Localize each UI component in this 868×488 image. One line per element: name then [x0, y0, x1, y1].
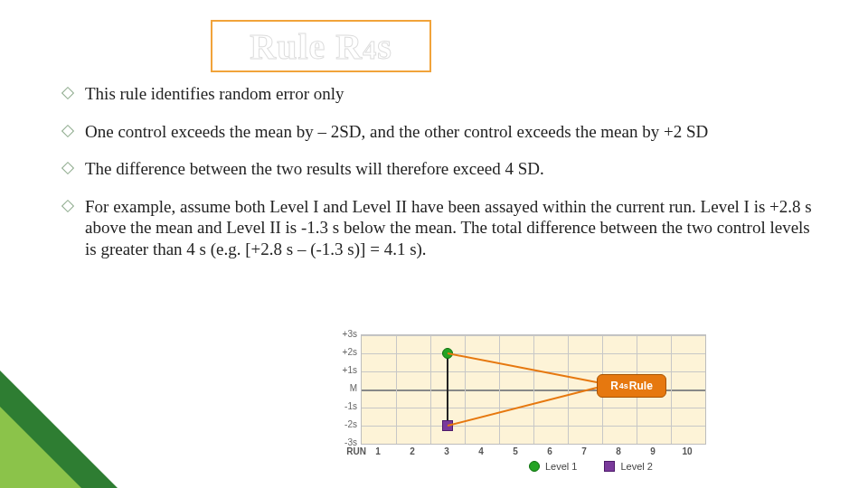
circle-icon	[529, 461, 540, 472]
legend-label: Level 2	[620, 461, 652, 472]
x-tick: 10	[674, 446, 701, 456]
level1-marker	[442, 348, 453, 359]
gridline	[499, 335, 500, 444]
title-tail: s	[377, 26, 392, 67]
title-box: Rule R4s	[211, 20, 431, 72]
page-title: Rule R4s	[250, 25, 392, 68]
x-tick: 3	[433, 446, 460, 456]
gridline	[568, 335, 569, 444]
badge-sub: 4s	[619, 381, 628, 390]
gridline	[396, 335, 397, 444]
y-tick: +1s	[321, 366, 357, 375]
x-tick: 7	[571, 446, 598, 456]
title-main: Rule R	[250, 26, 363, 67]
chart-plot-area: R4s Rule	[361, 334, 706, 445]
corner-decoration-icon	[0, 407, 81, 488]
chart-legend: Level 1 Level 2	[529, 461, 653, 472]
slide: Rule R4s This rule identifies random err…	[0, 0, 868, 488]
x-tick: 6	[536, 446, 563, 456]
svg-line-0	[448, 353, 597, 382]
level2-marker	[442, 420, 453, 431]
x-tick: 9	[639, 446, 666, 456]
connector-line	[447, 353, 448, 426]
gridline	[533, 335, 534, 444]
list-item: This rule identifies random error only	[63, 83, 814, 105]
y-tick: +3s	[321, 330, 357, 339]
title-sub: 4	[363, 34, 377, 64]
gridline	[465, 335, 466, 444]
badge-suffix: Rule	[629, 380, 653, 392]
list-item: For example, assume both Level I and Lev…	[63, 196, 814, 260]
x-tick: 8	[605, 446, 632, 456]
badge-prefix: R	[610, 380, 618, 392]
list-item: One control exceeds the mean by – 2SD, a…	[63, 121, 814, 143]
gridline	[671, 335, 672, 444]
y-tick: -1s	[321, 402, 357, 411]
x-tick: 5	[502, 446, 529, 456]
chart: +3s +2s +1s M -1s -2s -3s	[321, 334, 728, 474]
x-axis-label: RUN	[339, 446, 366, 456]
x-tick: 2	[399, 446, 426, 456]
y-tick: M	[321, 384, 357, 393]
x-tick: 1	[364, 446, 392, 456]
y-tick: +2s	[321, 348, 357, 357]
legend-item: Level 2	[604, 461, 652, 472]
bullet-list: This rule identifies random error only O…	[63, 83, 814, 276]
legend-item: Level 1	[529, 461, 577, 472]
rule-badge: R4s Rule	[597, 374, 666, 398]
y-tick: -2s	[321, 420, 357, 429]
x-tick: 4	[467, 446, 495, 456]
gridline	[430, 335, 431, 444]
svg-line-1	[448, 388, 597, 426]
legend-label: Level 1	[545, 461, 577, 472]
square-icon	[604, 461, 615, 472]
list-item: The difference between the two results w…	[63, 158, 814, 180]
